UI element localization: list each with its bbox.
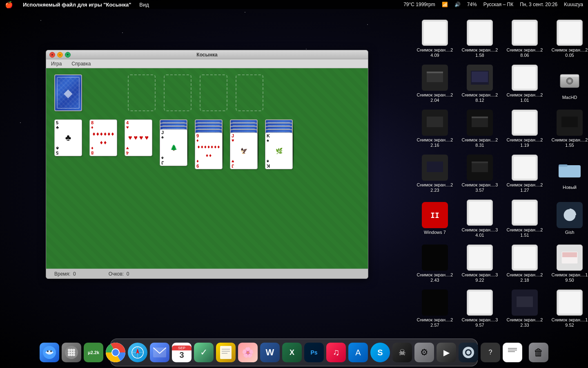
- desktop-icon-screenshot9[interactable]: Снимок экран....22.16: [412, 106, 457, 151]
- desktop-icon-screenshot12[interactable]: Снимок экран....21.55: [547, 106, 588, 151]
- desktop-icon-new[interactable]: Новый: [547, 151, 588, 196]
- stock-card-back[interactable]: ◆: [54, 74, 82, 111]
- menubar-lang[interactable]: Русская – ПК: [482, 2, 515, 7]
- apple-menu[interactable]: 🍎: [3, 1, 15, 9]
- menubar-datetime: Пн, 3 сент. 20:26: [518, 2, 559, 7]
- icon-screenshot3-label: Снимок экран....28.06: [506, 47, 543, 58]
- desktop-icons-area: Снимок экран....24.09 Снимок экран....21…: [408, 12, 588, 337]
- svg-rect-23: [427, 117, 443, 127]
- desktop-icon-parallels[interactable]: II Windows 7: [412, 196, 457, 241]
- desktop-icon-screenshot18[interactable]: Снимок экран....34.01: [457, 196, 502, 241]
- menubar-volume[interactable]: 🔊: [453, 2, 462, 7]
- desktop-icon-screenshot4[interactable]: Снимок экран....20.05: [547, 16, 588, 61]
- dock-icon-trash[interactable]: 🗑: [528, 342, 549, 363]
- desktop-icon-screenshot13[interactable]: Снимок экран....22.23: [412, 151, 457, 196]
- dock-icon-calendar[interactable]: SEP 3: [171, 342, 192, 363]
- foundation-slot-4[interactable]: [236, 74, 263, 111]
- icon-screenshot21-thumb: [422, 245, 448, 271]
- desktop-icon-screenshot15[interactable]: Снимок экран....21.27: [502, 151, 547, 196]
- dock-icon-excel[interactable]: X: [281, 342, 303, 363]
- skype-icon: S: [370, 343, 390, 362]
- menu-help[interactable]: Справка: [70, 60, 92, 67]
- desktop-icon-screenshot11[interactable]: Снимок экран....21.19: [502, 106, 547, 151]
- foundation-slot-1[interactable]: [128, 74, 156, 111]
- dock-icon-chrome[interactable]: [105, 342, 126, 363]
- desktop-icon-screenshot7[interactable]: Снимок экран....21.01: [502, 61, 547, 106]
- desktop-icon-screenshot22[interactable]: Снимок экран....39.22: [457, 241, 502, 286]
- dock-icon-photos[interactable]: 🌸: [237, 342, 258, 363]
- app-name[interactable]: Исполняемый файл для игры "Косынка": [21, 2, 133, 8]
- svg-point-58: [68, 349, 70, 351]
- desktop-icon-screenshot25[interactable]: Снимок экран....22.57: [412, 286, 457, 331]
- desktop-icon-screenshot28[interactable]: Снимок экран....19.52: [547, 286, 588, 331]
- foundation-slot-2[interactable]: [164, 74, 192, 111]
- menu-game[interactable]: Игра: [49, 60, 63, 67]
- desktop-icon-screenshot10[interactable]: Снимок экран....28.31: [457, 106, 502, 151]
- card-9diamonds[interactable]: 9 ♦ ♦♦♦ ♦♦♦ ♦♦♦ 9 ♦: [195, 132, 223, 169]
- desktop-icon-screenshot27[interactable]: Снимок экран....22.33: [502, 286, 547, 331]
- desktop-icon-screenshot26[interactable]: Снимок экран....39.57: [457, 286, 502, 331]
- icon-screenshot5-thumb: [422, 65, 448, 91]
- desktop-icon-screenshot5[interactable]: Снимок экран....22.04: [412, 61, 457, 106]
- desktop-icon-screenshot2[interactable]: Снимок экран....21.58: [457, 16, 502, 61]
- calendar-icon: SEP 3: [172, 343, 192, 362]
- icon-machd-thumb: [557, 67, 583, 93]
- desktop-icon-screenshot14[interactable]: Снимок экран....33.57: [457, 151, 502, 196]
- game-area[interactable]: ◆ 5 ♣ ♣: [46, 68, 368, 269]
- dock-icon-pirate[interactable]: ☠: [392, 342, 413, 363]
- desktop-icon-screenshot23[interactable]: Снимок экран....22.18: [502, 241, 547, 286]
- card-suit: ♦: [91, 125, 94, 130]
- dock-icon-appstore[interactable]: A: [347, 342, 369, 363]
- dock-icon-word[interactable]: W: [259, 342, 281, 363]
- card-jack-hearts[interactable]: J ♥ 🦅 J ♥: [230, 132, 258, 169]
- desktop-icon-gish[interactable]: Gish: [547, 196, 588, 241]
- menu-view[interactable]: Вид: [138, 2, 151, 8]
- icon-screenshot7-label: Снимок экран....21.01: [506, 92, 543, 103]
- dock-icon-unknown[interactable]: ?: [480, 342, 501, 363]
- dock-icon-syspref[interactable]: ⚙: [414, 342, 435, 363]
- omnifocus-icon: ✓: [194, 343, 214, 362]
- desktop-icon-screenshot24[interactable]: Снимок экран....19.50: [547, 241, 588, 286]
- dock-icon-notes[interactable]: [215, 342, 236, 363]
- word-icon: W: [260, 343, 280, 362]
- desktop-icon-screenshot3[interactable]: Снимок экран....28.06: [502, 16, 547, 61]
- dock-icon-itunes[interactable]: ♫: [325, 342, 347, 363]
- dock-icon-texteditor[interactable]: [502, 342, 523, 363]
- card-suit-br: ♠: [161, 156, 164, 160]
- dock-icon-mail[interactable]: [149, 342, 170, 363]
- menubar-wifi[interactable]: 📶: [440, 2, 450, 7]
- chrome-icon: [106, 343, 125, 362]
- card-4hearts[interactable]: 4 ♥ ♥♥♥♥ 4 ♥: [125, 119, 152, 156]
- window-maximize-button[interactable]: +: [65, 52, 71, 58]
- card-rank-br: 8: [91, 150, 94, 155]
- dock-icon-dvd[interactable]: ▶: [436, 342, 457, 363]
- dock-icon-utorrent[interactable]: μ2.2k: [83, 342, 104, 363]
- desktop-icon-screenshot21[interactable]: Снимок экран....22.43: [412, 241, 457, 286]
- svg-rect-32: [427, 162, 443, 172]
- icon-screenshot25-label: Снимок экран....22.57: [416, 317, 453, 328]
- svg-rect-17: [518, 73, 531, 81]
- dock-icon-safari[interactable]: [127, 342, 148, 363]
- card-5clubs[interactable]: 5 ♣ ♣ 5 ♣: [54, 119, 82, 156]
- svg-rect-45: [472, 251, 488, 264]
- card-top-left: K ♠: [267, 134, 291, 143]
- desktop-icon-screenshot1[interactable]: Снимок экран....24.09: [412, 16, 457, 61]
- desktop-icon-screenshot19[interactable]: Снимок экран....21.51: [502, 196, 547, 241]
- window-minimize-button[interactable]: −: [57, 52, 63, 58]
- svg-rect-42: [517, 206, 533, 219]
- dock-icon-checkmark[interactable]: ✓: [193, 342, 214, 363]
- dock-icon-ps[interactable]: Ps: [303, 342, 325, 363]
- desktop-icon-machd[interactable]: MacHD: [547, 61, 588, 106]
- card-top-left: J ♥: [232, 134, 256, 143]
- foundation-slot-3[interactable]: [200, 74, 227, 111]
- dock-icon-finder[interactable]: [39, 342, 60, 363]
- desktop-icon-screenshot6[interactable]: Снимок экран....28.12: [457, 61, 502, 106]
- dock-icon-skype[interactable]: S: [370, 342, 391, 363]
- dock-icon-launchpad[interactable]: [61, 342, 82, 363]
- dock-icon-steam[interactable]: [458, 342, 479, 363]
- card-jack-spades[interactable]: J ♠ 🌲 J ♠: [160, 129, 187, 166]
- card-king-spades[interactable]: K ♠ 🌿 K ♠: [265, 132, 293, 169]
- card-8diamonds[interactable]: 8 ♦ ♦♦♦ ♦♦♦ ♦♦ 8 ♦: [89, 119, 117, 156]
- window-close-button[interactable]: ×: [49, 52, 55, 58]
- icon-screenshot1-thumb: [422, 20, 448, 46]
